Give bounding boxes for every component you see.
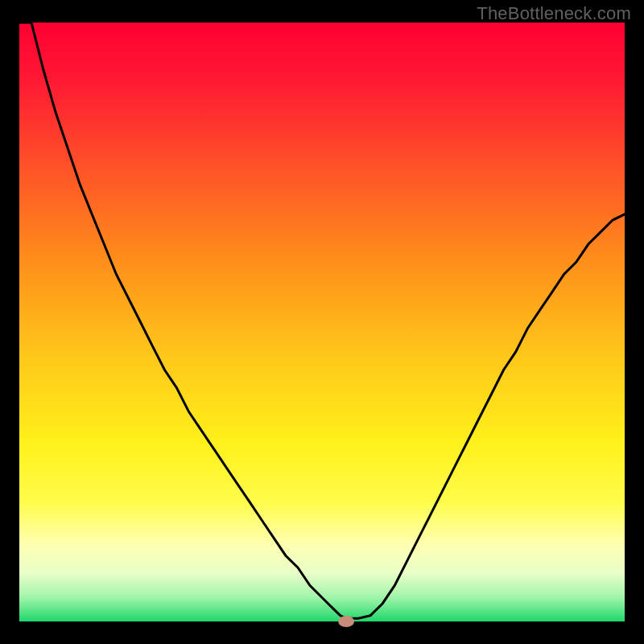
chart-frame: TheBottleneck.com [0,0,644,644]
plot-area [19,23,625,621]
watermark-text: TheBottleneck.com [477,3,631,24]
optimal-point-marker [338,616,354,627]
bottleneck-chart [0,0,644,644]
gradient-background [19,23,625,621]
